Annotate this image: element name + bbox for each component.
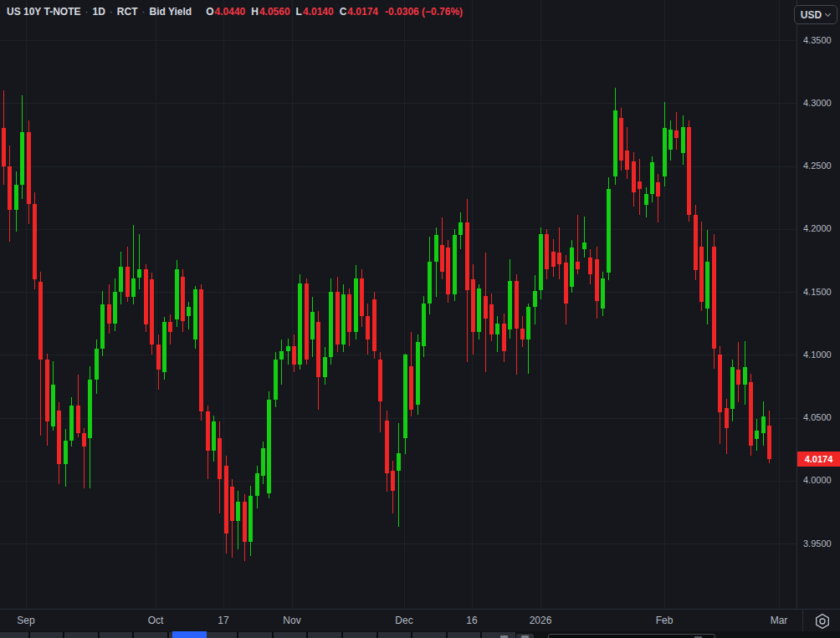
- candle-body: [267, 400, 271, 493]
- chevron-down-icon: [825, 11, 831, 17]
- candle-body: [632, 161, 636, 193]
- candle-body: [168, 322, 172, 332]
- candle-body: [310, 312, 315, 339]
- candle-body: [335, 292, 340, 345]
- price-tick-label: 4.2000: [803, 223, 832, 233]
- candle-body: [113, 292, 117, 324]
- candle-body: [323, 357, 327, 377]
- candle-body: [125, 267, 130, 297]
- candle-body: [107, 304, 111, 324]
- candle-wick: [398, 423, 399, 528]
- candle-body: [385, 421, 389, 473]
- candle-body: [508, 281, 512, 330]
- candle-body: [8, 166, 12, 211]
- candle-body: [144, 269, 148, 324]
- timeline-segment[interactable]: [0, 632, 28, 638]
- candle-body: [656, 182, 660, 197]
- candle-body: [489, 304, 494, 334]
- vertical-gridline: [156, 0, 156, 609]
- candle-body: [261, 448, 265, 476]
- timeline-segment[interactable]: [341, 632, 376, 638]
- timeline-selected-range[interactable]: [172, 631, 207, 638]
- candle-body: [458, 222, 463, 235]
- candle-body: [736, 370, 740, 385]
- candle-body: [397, 453, 401, 471]
- candle-body: [428, 262, 432, 304]
- candle-body: [372, 299, 376, 351]
- candle-body: [119, 267, 123, 292]
- candle-wick: [139, 234, 140, 289]
- timeline-segment[interactable]: [63, 632, 98, 638]
- time-tick-label: 17: [218, 615, 228, 626]
- horizontal-gridline: [0, 544, 796, 544]
- candle-body: [206, 411, 210, 451]
- symbol-title[interactable]: US 10Y T-NOTE: [7, 6, 80, 18]
- timeline-segment[interactable]: [446, 632, 481, 638]
- candle-body: [699, 247, 704, 302]
- candle-body: [440, 245, 444, 272]
- vertical-gridline: [664, 0, 665, 609]
- candle-body: [694, 215, 698, 270]
- ohlc-readout: O4.0440H4.0560L4.0140C4.0174: [200, 6, 378, 18]
- candle-body: [638, 181, 642, 189]
- timeline-segment[interactable]: [28, 632, 64, 638]
- candle-body: [45, 360, 49, 421]
- timeline-segment[interactable]: [272, 632, 307, 638]
- candle-body: [743, 367, 747, 385]
- candle-body: [218, 438, 222, 480]
- candle-body: [248, 496, 253, 543]
- timeline-scrollbar[interactable]: [0, 631, 840, 638]
- chart-pane[interactable]: [0, 0, 796, 609]
- settings-hexagon-icon: [813, 612, 832, 630]
- time-tick-label: 16: [466, 615, 477, 626]
- price-tick-label: 4.1000: [803, 350, 832, 360]
- bottom-toolbar-box[interactable]: [548, 634, 715, 638]
- candle-body: [292, 346, 296, 365]
- candle-body: [582, 242, 586, 249]
- timeline-segment[interactable]: [202, 632, 238, 638]
- price-axis[interactable]: 4.0174 4.35004.30004.25004.20004.15004.1…: [797, 0, 840, 609]
- candle-body: [453, 235, 457, 294]
- candle-body: [347, 294, 351, 332]
- candle-body: [82, 433, 86, 447]
- price-tick-label: 4.0000: [803, 475, 832, 485]
- time-axis-settings-button[interactable]: [802, 609, 840, 632]
- timeline-segment[interactable]: [237, 632, 272, 638]
- candle-body: [576, 262, 580, 269]
- candle-body: [495, 324, 499, 335]
- ohlc-letter: H: [251, 6, 259, 18]
- symbol-legend[interactable]: US 10Y T-NOTE · 1D · RCT · Bid Yield O4.…: [7, 6, 463, 18]
- interval-label[interactable]: 1D: [92, 6, 105, 18]
- candle-wick: [281, 339, 282, 385]
- candle-body: [465, 222, 469, 290]
- candle-body: [607, 189, 611, 273]
- candle-body: [286, 346, 290, 351]
- candle-body: [767, 426, 771, 459]
- candle-body: [64, 441, 68, 465]
- vertical-gridline: [292, 0, 293, 609]
- horizontal-gridline: [0, 355, 796, 355]
- horizontal-gridline: [0, 103, 796, 104]
- exchange-label: RCT: [117, 6, 138, 18]
- ohlc-value: 4.0174: [347, 6, 378, 18]
- candle-body: [674, 130, 679, 138]
- price-tick-label: 3.9500: [803, 538, 832, 549]
- timeline-segment[interactable]: [132, 632, 167, 638]
- candle-body: [601, 278, 605, 309]
- candle-body: [88, 380, 92, 437]
- legend-separator: ·: [85, 6, 88, 18]
- currency-selector-button[interactable]: USD: [794, 5, 837, 24]
- candle-body: [360, 278, 364, 316]
- timeline-segment[interactable]: [411, 632, 446, 638]
- timeline-segment[interactable]: [306, 632, 341, 638]
- candle-body: [681, 127, 685, 154]
- candle-body: [329, 292, 333, 357]
- time-axis[interactable]: SepOct17NovDec162026FebMar: [0, 609, 802, 632]
- candle-body: [279, 351, 284, 360]
- candle-body: [755, 431, 759, 440]
- timeline-segment[interactable]: [376, 632, 412, 638]
- candle-body: [224, 466, 228, 533]
- candle-body: [477, 288, 481, 333]
- timeline-segment[interactable]: [98, 632, 133, 638]
- time-tick-label: Mar: [771, 615, 788, 626]
